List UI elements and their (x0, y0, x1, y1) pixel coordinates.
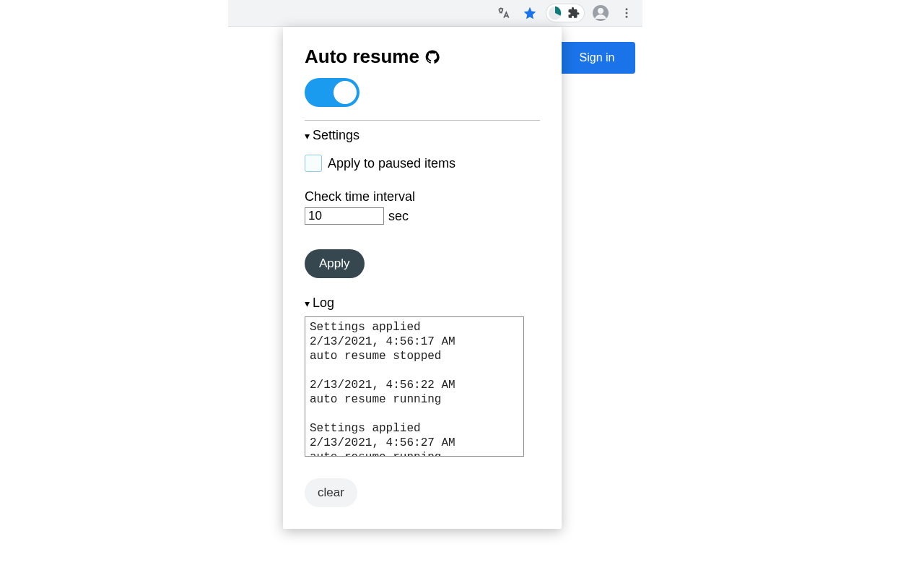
translate-icon[interactable] (494, 3, 514, 23)
interval-unit: sec (388, 209, 409, 224)
apply-button[interactable]: Apply (305, 249, 365, 278)
browser-toolbar (228, 0, 642, 27)
divider (305, 120, 540, 121)
star-icon[interactable] (520, 3, 540, 23)
extensions-icon (567, 7, 580, 20)
interval-input[interactable] (305, 207, 384, 225)
apply-paused-checkbox[interactable] (305, 155, 322, 172)
svg-point-3 (626, 8, 628, 10)
enable-toggle[interactable] (305, 78, 359, 107)
apply-paused-label: Apply to paused items (328, 156, 456, 171)
svg-point-2 (598, 8, 603, 14)
extension-popup: Auto resume Settings Apply to paused ite… (283, 27, 562, 529)
auto-resume-extension-icon (547, 5, 563, 21)
sign-in-button[interactable]: Sign in (559, 42, 635, 74)
github-icon[interactable] (425, 50, 440, 64)
log-summary[interactable]: Log (305, 294, 540, 312)
svg-point-5 (626, 16, 628, 18)
svg-point-4 (626, 12, 628, 14)
log-textarea[interactable] (305, 316, 524, 457)
popup-title-text: Auto resume (305, 46, 419, 68)
toggle-knob (334, 81, 357, 104)
apply-paused-row: Apply to paused items (305, 155, 540, 172)
settings-section: Settings Apply to paused items Check tim… (305, 126, 540, 288)
profile-icon[interactable] (590, 3, 611, 23)
log-section: Log (305, 294, 540, 460)
popup-title: Auto resume (305, 46, 540, 68)
clear-button[interactable]: clear (305, 478, 357, 507)
menu-icon[interactable] (616, 3, 637, 23)
interval-row: sec (305, 207, 540, 225)
settings-summary[interactable]: Settings (305, 126, 540, 144)
interval-label: Check time interval (305, 189, 540, 204)
active-extension-pill[interactable] (546, 4, 585, 22)
